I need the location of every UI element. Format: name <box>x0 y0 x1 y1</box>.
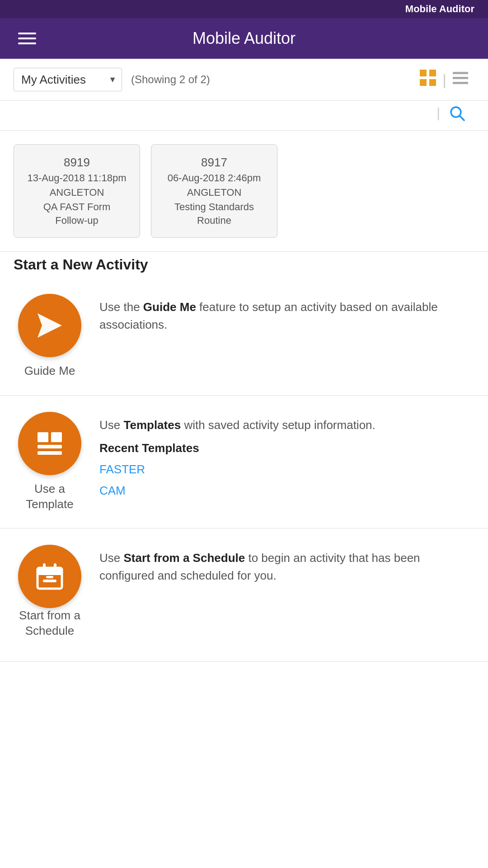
card-date: 13-Aug-2018 11:18pm <box>28 172 127 184</box>
card-location: ANGLETON <box>50 187 104 198</box>
schedule-label: Start from aSchedule <box>19 608 80 639</box>
activity-card-8919[interactable]: 8919 13-Aug-2018 11:18pm ANGLETON QA FAS… <box>14 144 140 238</box>
svg-line-8 <box>460 116 464 120</box>
svg-rect-19 <box>46 576 53 578</box>
card-type: Follow-up <box>55 215 98 226</box>
recent-templates: Recent Templates FASTER CAM <box>99 441 474 501</box>
template-cam[interactable]: CAM <box>99 480 474 501</box>
template-description: Use Templates with saved activity setup … <box>99 418 375 432</box>
guide-me-option: Guide Me Use the Guide Me feature to set… <box>0 278 488 396</box>
filter-select-wrapper: My Activities All Activities ▼ <box>14 68 122 91</box>
card-id: 8919 <box>64 156 90 170</box>
template-content: Use Templates with saved activity setup … <box>99 412 474 501</box>
guide-me-content: Use the Guide Me feature to setup an act… <box>99 294 474 334</box>
activity-card-8917[interactable]: 8917 06-Aug-2018 2:46pm ANGLETON Testing… <box>151 144 277 238</box>
svg-rect-15 <box>38 568 62 575</box>
svg-rect-18 <box>43 580 56 582</box>
svg-rect-13 <box>38 451 62 455</box>
schedule-button[interactable] <box>18 545 81 608</box>
card-date: 06-Aug-2018 2:46pm <box>168 172 261 184</box>
status-bar: Mobile Auditor <box>0 0 488 18</box>
svg-rect-4 <box>453 72 468 74</box>
view-toggle: | <box>413 70 474 90</box>
card-type: Routine <box>197 215 231 226</box>
svg-rect-11 <box>51 432 62 442</box>
guide-me-left: Guide Me <box>14 294 86 379</box>
svg-rect-0 <box>420 70 427 76</box>
guide-me-button[interactable] <box>18 294 81 357</box>
card-name: Testing Standards <box>174 201 254 213</box>
schedule-option: Start from aSchedule Use Start from a Sc… <box>0 528 488 662</box>
new-activity-section-header: Start a New Activity <box>0 251 488 278</box>
guide-me-description: Use the Guide Me feature to setup an act… <box>99 300 438 331</box>
activity-count: (Showing 2 of 2) <box>131 73 210 86</box>
svg-rect-3 <box>429 79 436 86</box>
filter-bar: My Activities All Activities ▼ (Showing … <box>0 59 488 101</box>
template-left: Use aTemplate <box>14 412 86 512</box>
toggle-divider: | <box>442 71 446 89</box>
use-template-option: Use aTemplate Use Templates with saved a… <box>0 396 488 529</box>
status-bar-title: Mobile Auditor <box>405 3 474 15</box>
search-button[interactable] <box>449 105 465 126</box>
card-location: ANGLETON <box>187 187 242 198</box>
guide-me-label: Guide Me <box>24 363 75 379</box>
svg-rect-5 <box>453 77 468 79</box>
use-template-button[interactable] <box>18 412 81 475</box>
svg-rect-1 <box>429 70 436 76</box>
list-view-button[interactable] <box>446 72 474 88</box>
card-id: 8917 <box>201 156 227 170</box>
svg-rect-10 <box>38 432 48 442</box>
schedule-left: Start from aSchedule <box>14 545 86 645</box>
header-title: Mobile Auditor <box>192 29 296 48</box>
svg-rect-2 <box>420 79 427 86</box>
svg-marker-9 <box>38 313 62 338</box>
search-divider: | <box>436 105 440 126</box>
schedule-content: Use Start from a Schedule to begin an ac… <box>99 545 474 589</box>
activity-cards-grid: 8919 13-Aug-2018 11:18pm ANGLETON QA FAS… <box>0 131 488 251</box>
svg-rect-16 <box>43 563 46 571</box>
svg-rect-17 <box>54 563 56 571</box>
section-title: Start a New Activity <box>14 256 148 273</box>
svg-rect-12 <box>38 445 62 448</box>
search-row: | <box>0 101 488 131</box>
template-faster[interactable]: FASTER <box>99 459 474 480</box>
schedule-description: Use Start from a Schedule to begin an ac… <box>99 549 474 585</box>
menu-button[interactable] <box>18 33 36 44</box>
svg-rect-6 <box>453 82 468 84</box>
card-name: QA FAST Form <box>43 201 111 213</box>
recent-templates-title: Recent Templates <box>99 441 474 455</box>
use-template-label: Use aTemplate <box>26 481 74 512</box>
activity-filter-select[interactable]: My Activities All Activities <box>14 68 122 91</box>
app-header: Mobile Auditor <box>0 18 488 59</box>
grid-view-button[interactable] <box>413 70 442 90</box>
